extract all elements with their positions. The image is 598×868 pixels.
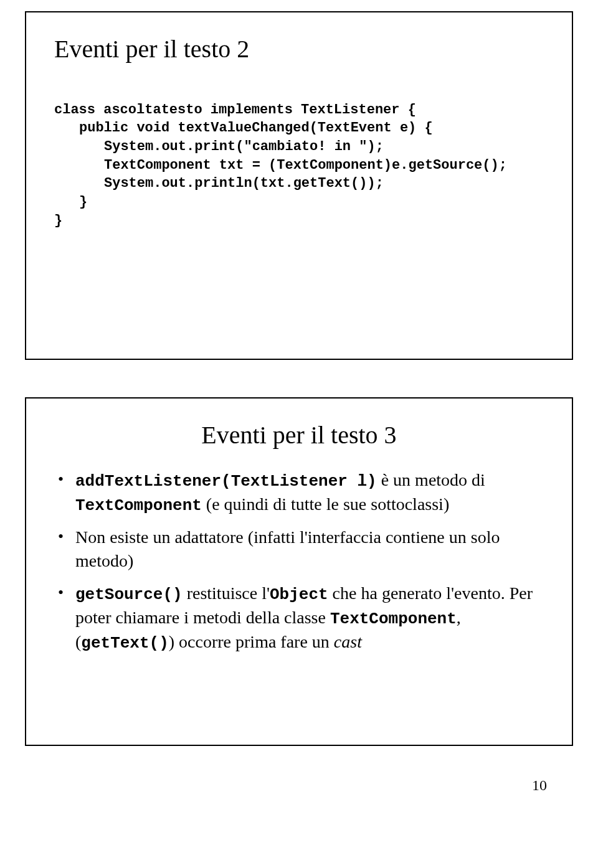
text: (e quindi di tutte le sue sottoclassi): [202, 494, 449, 514]
text: Non esiste un adattatore (infatti l'inte…: [75, 527, 500, 570]
slide-2-title: Eventi per il testo 3: [54, 420, 544, 450]
code-line: }: [54, 213, 62, 229]
code-line: System.out.println(txt.getText());: [54, 174, 384, 193]
bullet-item: addTextListener(TextListener l) è un met…: [54, 468, 544, 517]
code-inline: getText(): [81, 634, 168, 653]
code-block: class ascoltatesto implements TextListen…: [54, 82, 544, 248]
code-line: public void textValueChanged(TextEvent e…: [54, 119, 433, 138]
slide-1-title: Eventi per il testo 2: [54, 34, 544, 64]
bullet-list: addTextListener(TextListener l) è un met…: [54, 468, 544, 654]
code-line: class ascoltatesto implements TextListen…: [54, 102, 416, 118]
code-line: }: [54, 193, 87, 212]
page-number: 10: [25, 777, 573, 794]
slide-1: Eventi per il testo 2 class ascoltatesto…: [25, 11, 573, 360]
page: Eventi per il testo 2 class ascoltatesto…: [0, 0, 598, 813]
slide-2: Eventi per il testo 3 addTextListener(Te…: [25, 397, 573, 746]
code-line: TextComponent txt = (TextComponent)e.get…: [54, 156, 507, 175]
text: restituisce l': [183, 583, 270, 603]
code-inline: Object: [270, 585, 328, 604]
text: ) occorre prima fare un: [169, 632, 334, 651]
text-italic: cast: [334, 632, 362, 651]
code-line: System.out.print("cambiato! in ");: [54, 138, 384, 156]
bullet-item: getSource() restituisce l'Object che ha …: [54, 582, 544, 654]
text: è un metodo di: [377, 470, 485, 489]
code-inline: addTextListener(TextListener l): [75, 472, 377, 491]
code-inline: getSource(): [75, 585, 183, 604]
code-inline: TextComponent: [330, 610, 457, 628]
code-inline: TextComponent: [75, 496, 202, 515]
bullet-item: Non esiste un adattatore (infatti l'inte…: [54, 526, 544, 573]
